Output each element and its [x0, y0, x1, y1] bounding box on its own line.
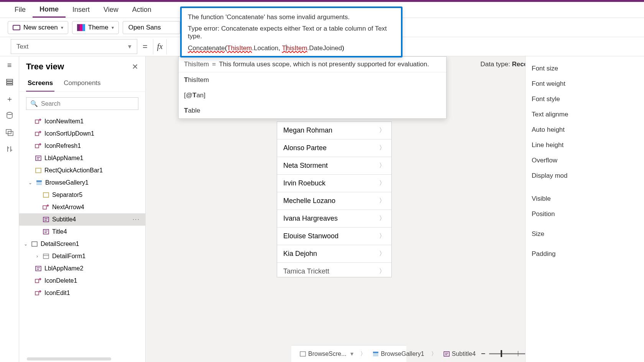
menu-home[interactable]: Home [33, 2, 66, 18]
chevron-right-icon[interactable]: 〉 [379, 162, 385, 170]
data-icon[interactable] [5, 111, 14, 120]
tree-item-detailscreen[interactable]: ⌄DetailScreen1 [19, 238, 145, 250]
svg-rect-29 [43, 254, 49, 259]
prop-position[interactable]: Position [532, 206, 644, 222]
tree-view-icon[interactable] [5, 78, 14, 86]
svg-rect-28 [32, 242, 37, 246]
collapse-icon[interactable]: ⌄ [23, 241, 28, 247]
gallery-row[interactable]: Irvin Roebuck〉 [277, 175, 391, 192]
fx-icon: fx [153, 42, 166, 51]
menu-insert[interactable]: Insert [66, 3, 97, 17]
svg-rect-17 [36, 182, 42, 183]
gallery-row[interactable]: Elouise Stanwood〉 [277, 228, 391, 245]
intel-description: This formula uses scope, which is not pr… [219, 61, 441, 68]
prop-overflow[interactable]: Overflow [532, 153, 644, 168]
chevron-right-icon[interactable]: 〉 [379, 197, 385, 205]
hamburger-icon[interactable]: ≡ [5, 61, 14, 69]
prop-line-height[interactable]: Line height [532, 138, 644, 153]
intellisense-panel: ThisItem = This formula uses scope, whic… [178, 56, 447, 119]
equals-sign: = [137, 42, 153, 52]
new-screen-button[interactable]: New screen ▾ [8, 21, 68, 34]
svg-rect-42 [444, 352, 449, 356]
intel-item[interactable]: ThisItem [179, 72, 446, 88]
chevron-down-icon: ▾ [61, 25, 63, 30]
prop-font-weight[interactable]: Font weight [532, 76, 644, 92]
menu-action[interactable]: Action [125, 3, 158, 17]
breadcrumb-screen[interactable]: BrowseScre... ▾ [296, 349, 357, 359]
canvas[interactable]: ThisItem = This formula uses scope, whic… [146, 56, 525, 362]
prop-size[interactable]: Size [532, 226, 644, 242]
gallery-row[interactable]: Ivana Hargreaves〉 [277, 210, 391, 228]
tree-item[interactable]: LblAppName2 [19, 262, 145, 275]
search-field[interactable] [41, 100, 134, 107]
formula-text[interactable]: Concatenate(ThisItem.Location, ThisItem.… [188, 44, 395, 52]
zoom-out-button[interactable]: − [481, 349, 486, 358]
prop-display-mode[interactable]: Display mod [532, 168, 644, 183]
tab-screens[interactable]: Screens [26, 76, 54, 92]
property-select[interactable]: Text ▾ [11, 39, 137, 54]
svg-rect-40 [373, 354, 378, 355]
breadcrumb-control[interactable]: Subtitle4 [440, 349, 480, 359]
horizontal-scrollbar[interactable] [27, 357, 111, 360]
tree-item[interactable]: +IconDelete1 [19, 275, 145, 287]
collapse-icon[interactable]: ⌄ [28, 180, 33, 185]
gallery-row[interactable]: Tamica Trickett〉 [277, 263, 391, 277]
menu-view[interactable]: View [97, 3, 125, 17]
gallery-row[interactable]: Mechelle Lozano〉 [277, 192, 391, 210]
tree-item[interactable]: RectQuickActionBar1 [19, 164, 145, 177]
svg-rect-6 [35, 120, 39, 123]
add-icon[interactable]: ＋ [5, 95, 14, 103]
chevron-right-icon[interactable]: 〉 [379, 179, 385, 187]
theme-button[interactable]: Theme ▾ [72, 21, 119, 34]
font-select[interactable]: Open Sans [123, 21, 180, 34]
prop-font-style[interactable]: Font style [532, 92, 644, 107]
tree-item-subtitle4[interactable]: Subtitle4··· [19, 213, 145, 226]
svg-rect-8 [35, 132, 39, 136]
gallery-row[interactable]: Kia Dejohn〉 [277, 245, 391, 263]
tab-components[interactable]: Components [62, 76, 102, 92]
gallery-icon [373, 351, 379, 357]
svg-text:+: + [39, 131, 41, 134]
chevron-right-icon[interactable]: 〉 [379, 250, 385, 258]
svg-text:+: + [39, 290, 41, 293]
label-icon [444, 351, 450, 357]
search-input[interactable]: 🔍 [26, 97, 138, 110]
prop-padding[interactable]: Padding [532, 246, 644, 262]
tree-item[interactable]: Title4 [19, 226, 145, 238]
tree-item[interactable]: +NextArrow4 [19, 201, 145, 213]
close-icon[interactable]: ✕ [132, 62, 138, 71]
tree-item-gallery[interactable]: ⌄BrowseGallery1 [19, 177, 145, 189]
tools-icon[interactable] [5, 145, 14, 154]
chevron-down-icon[interactable]: ▾ [350, 350, 353, 357]
media-icon[interactable] [5, 128, 14, 137]
prop-font-size[interactable]: Font size [532, 61, 644, 76]
tree-item[interactable]: Separator5 [19, 189, 145, 201]
gallery-row[interactable]: Megan Rohman〉 [277, 122, 391, 139]
intel-item[interactable]: [@Tan] [179, 88, 446, 103]
svg-rect-22 [43, 217, 49, 222]
more-icon[interactable]: ··· [133, 216, 140, 223]
chevron-right-icon[interactable]: 〉 [379, 126, 385, 134]
prop-visible[interactable]: Visible [532, 191, 644, 206]
tree-item[interactable]: +IconSortUpDown1 [19, 128, 145, 140]
chevron-right-icon[interactable]: 〉 [379, 215, 385, 223]
chevron-right-icon[interactable]: 〉 [379, 144, 385, 152]
breadcrumb-gallery[interactable]: BrowseGallery1 [369, 349, 428, 359]
theme-icon [77, 24, 85, 31]
tree-view-panel: Tree view ✕ Screens Components 🔍 +IconNe… [19, 56, 146, 362]
prop-text-align[interactable]: Text alignme [532, 107, 644, 122]
expand-icon[interactable]: › [34, 254, 40, 259]
gallery-row[interactable]: Alonso Partee〉 [277, 139, 391, 157]
menu-file[interactable]: File [8, 3, 33, 17]
intel-item[interactable]: Table [179, 103, 446, 118]
gallery-row[interactable]: Neta Storment〉 [277, 157, 391, 175]
tree-item[interactable]: ›DetailForm1 [19, 250, 145, 262]
tree-item[interactable]: +IconNewItem1 [19, 115, 145, 128]
zoom-slider[interactable] [489, 353, 525, 354]
tree-item[interactable]: LblAppName1 [19, 152, 145, 164]
chevron-right-icon[interactable]: 〉 [379, 267, 385, 275]
chevron-right-icon[interactable]: 〉 [379, 232, 385, 240]
tree-item[interactable]: +IconRefresh1 [19, 140, 145, 152]
prop-auto-height[interactable]: Auto height [532, 122, 644, 138]
tree-item[interactable]: +IconEdit1 [19, 287, 145, 299]
